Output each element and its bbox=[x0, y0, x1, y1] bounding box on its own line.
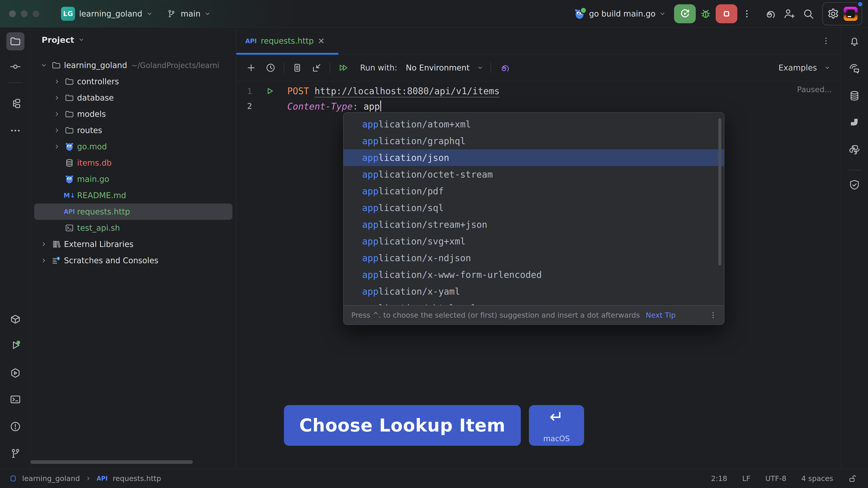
more-tool-windows-icon[interactable] bbox=[6, 122, 24, 140]
code-editor[interactable]: 1 POST http://localhost:8080/api/v1/item… bbox=[236, 81, 841, 113]
stop-button[interactable] bbox=[716, 4, 737, 23]
vcs-branch-widget[interactable]: main bbox=[165, 7, 211, 20]
completion-item-application-svg-xml[interactable]: application/svg+xml bbox=[344, 233, 724, 250]
http-file-icon: API bbox=[64, 208, 75, 215]
chevron-right-icon[interactable] bbox=[51, 127, 64, 134]
settings-gear-icon[interactable] bbox=[827, 7, 839, 20]
caret-position-widget[interactable]: 2:18 bbox=[711, 474, 727, 483]
chevron-right-icon[interactable] bbox=[51, 94, 64, 102]
completion-item-application-graphql[interactable]: application/graphql bbox=[344, 133, 724, 149]
tree-item-go-mod[interactable]: go.mod bbox=[34, 138, 232, 155]
history-icon[interactable] bbox=[264, 61, 277, 74]
environment-selector[interactable]: No Environment bbox=[406, 63, 469, 72]
python-console-icon[interactable] bbox=[845, 141, 864, 159]
chevron-right-icon[interactable] bbox=[37, 257, 51, 264]
debug-button[interactable] bbox=[700, 7, 712, 20]
project-badge: LG bbox=[61, 7, 75, 21]
problems-icon[interactable] bbox=[6, 418, 24, 435]
qodana-icon[interactable] bbox=[845, 114, 864, 132]
chevron-down-icon bbox=[146, 10, 153, 18]
breadcrumb-file[interactable]: requests.http bbox=[113, 474, 161, 483]
tree-item-learning-goland[interactable]: learning_goland~/GolandProjects/learni bbox=[34, 57, 232, 73]
breadcrumb-project[interactable]: learning_goland bbox=[22, 474, 80, 483]
run-tool-icon[interactable] bbox=[6, 336, 24, 354]
add-request-icon[interactable] bbox=[245, 61, 257, 74]
ai-assistant-icon[interactable] bbox=[763, 7, 776, 20]
goland-window: LG learning_goland main go build main.go bbox=[0, 0, 868, 488]
tab-close-icon[interactable]: ✕ bbox=[318, 36, 324, 46]
run-configuration-widget[interactable]: go build main.go bbox=[573, 7, 666, 20]
window-close-button[interactable] bbox=[9, 10, 16, 17]
notifications-icon[interactable] bbox=[845, 32, 864, 51]
tab-options-kebab-icon[interactable] bbox=[822, 36, 831, 45]
chevron-right-icon[interactable] bbox=[51, 78, 64, 86]
project-widget[interactable]: learning_goland bbox=[79, 9, 153, 18]
commit-icon[interactable] bbox=[6, 58, 24, 76]
encoding-widget[interactable]: UTF-8 bbox=[765, 474, 786, 483]
run-request-gutter-icon[interactable] bbox=[252, 86, 287, 96]
horizontal-scrollbar[interactable] bbox=[31, 460, 193, 464]
tree-item-main-go[interactable]: main.go bbox=[34, 171, 232, 187]
left-tool-strip bbox=[0, 28, 31, 469]
keystroke-os-label: macOS bbox=[543, 434, 569, 443]
popup-scrollbar[interactable] bbox=[718, 118, 721, 265]
package-checker-icon[interactable] bbox=[845, 176, 864, 194]
tree-item-test-api-sh[interactable]: test_api.sh bbox=[34, 220, 232, 236]
tree-item-external-libraries[interactable]: External Libraries bbox=[34, 236, 232, 252]
ai-assistant-chat-icon[interactable] bbox=[845, 60, 864, 78]
code-with-me-icon[interactable] bbox=[782, 7, 795, 20]
project-panel-header[interactable]: Project bbox=[31, 28, 236, 52]
completion-item-application-json[interactable]: application/json bbox=[344, 149, 724, 166]
completion-item-application-pdf[interactable]: application/pdf bbox=[344, 183, 724, 199]
version-control-icon[interactable] bbox=[6, 445, 24, 463]
more-actions-kebab-icon[interactable] bbox=[741, 7, 753, 20]
folder-icon bbox=[64, 126, 75, 135]
completion-item-application-x-yaml[interactable]: application/x-yaml bbox=[344, 283, 724, 300]
window-zoom-button[interactable] bbox=[33, 10, 39, 17]
tree-item-requests-http[interactable]: APIrequests.http bbox=[34, 203, 232, 220]
window-minimize-button[interactable] bbox=[21, 10, 28, 17]
tree-item-database[interactable]: database bbox=[34, 90, 232, 106]
ai-convert-icon[interactable] bbox=[498, 61, 510, 74]
completion-item-application-sql[interactable]: application/sql bbox=[344, 199, 724, 216]
code-line-1: 1 POST http://localhost:8080/api/v1/item… bbox=[236, 84, 841, 98]
database-icon[interactable] bbox=[845, 87, 864, 105]
run-with-label: Run with: bbox=[360, 63, 397, 72]
chevron-right-icon[interactable] bbox=[37, 240, 51, 248]
python-packages-icon[interactable] bbox=[6, 310, 24, 328]
user-avatar[interactable] bbox=[844, 7, 858, 21]
import-requests-icon[interactable] bbox=[310, 61, 323, 74]
chevron-right-icon[interactable] bbox=[51, 143, 64, 151]
rerun-button[interactable] bbox=[674, 4, 696, 23]
hint-kebab-icon[interactable] bbox=[709, 311, 717, 319]
unlocked-icon[interactable] bbox=[848, 474, 857, 483]
completion-item-application-x-ndjson[interactable]: application/x-ndjson bbox=[344, 250, 724, 266]
completion-item-application-octet-stream[interactable]: application/octet-stream bbox=[344, 166, 724, 183]
tree-item-models[interactable]: models bbox=[34, 106, 232, 122]
chevron-down-icon[interactable] bbox=[37, 61, 51, 69]
terminal-icon[interactable] bbox=[6, 390, 24, 409]
indent-widget[interactable]: 4 spaces bbox=[801, 474, 833, 483]
project-folder-icon[interactable] bbox=[6, 32, 24, 51]
tree-item-scratches-and-consoles[interactable]: Scratches and Consoles bbox=[34, 252, 232, 269]
tree-item-items-db[interactable]: items.db bbox=[34, 155, 232, 171]
examples-dropdown[interactable]: Examples bbox=[778, 63, 817, 72]
completion-item-application-stream-json[interactable]: application/stream+json bbox=[344, 216, 724, 233]
copy-document-icon[interactable] bbox=[291, 61, 304, 74]
completion-item-application-x-www-form-urlencoded[interactable]: application/x-www-form-urlencoded bbox=[344, 266, 724, 283]
tree-item-routes[interactable]: routes bbox=[34, 122, 232, 138]
tree-item-label: database bbox=[77, 93, 114, 102]
tab-requests-http[interactable]: API requests.http ✕ bbox=[236, 28, 334, 54]
search-everywhere-icon[interactable] bbox=[802, 7, 815, 20]
services-icon[interactable] bbox=[6, 364, 24, 382]
completion-item-application-atom-xml[interactable]: application/atom+xml bbox=[344, 116, 724, 133]
run-all-requests-icon[interactable] bbox=[337, 61, 350, 74]
breadcrumb: learning_goland API requests.http bbox=[9, 474, 161, 483]
next-tip-link[interactable]: Next Tip bbox=[646, 311, 676, 320]
tree-item-readme-md[interactable]: M↓README.md bbox=[34, 187, 232, 203]
structure-icon[interactable] bbox=[6, 94, 24, 112]
line-ending-widget[interactable]: LF bbox=[742, 474, 750, 483]
folder-icon bbox=[64, 77, 75, 86]
tree-item-controllers[interactable]: controllers bbox=[34, 73, 232, 90]
chevron-right-icon[interactable] bbox=[51, 110, 64, 118]
